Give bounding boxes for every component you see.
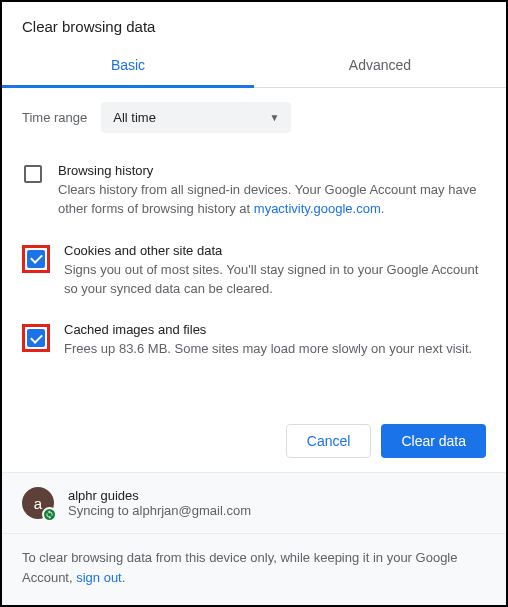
highlight-box [22,324,50,352]
chevron-down-icon: ▼ [269,112,279,123]
avatar: a [22,487,54,519]
option-cookies: Cookies and other site data Signs you ou… [22,233,486,313]
tab-advanced[interactable]: Advanced [254,47,506,87]
time-range-value: All time [113,110,156,125]
profile-sync-status: Syncing to alphrjan@gmail.com [68,503,251,518]
option-title: Cookies and other site data [64,243,486,258]
tab-basic[interactable]: Basic [2,47,254,88]
profile-row: a alphr guides Syncing to alphrjan@gmail… [22,487,486,519]
time-range-select[interactable]: All time ▼ [101,102,291,133]
highlight-box [22,245,50,273]
divider [2,533,506,534]
footer-text: To clear browsing data from this device … [22,548,486,587]
myactivity-link[interactable]: myactivity.google.com [254,201,381,216]
option-desc: Frees up 83.6 MB. Some sites may load mo… [64,340,472,359]
option-desc: Clears history from all signed-in device… [58,181,486,219]
time-range-row: Time range All time ▼ [2,88,506,147]
button-row: Cancel Clear data [2,410,506,472]
clear-data-button[interactable]: Clear data [381,424,486,458]
option-cache: Cached images and files Frees up 83.6 MB… [22,312,486,373]
tabs: Basic Advanced [2,47,506,88]
sync-icon [42,507,57,522]
profile-name: alphr guides [68,488,251,503]
cancel-button[interactable]: Cancel [286,424,372,458]
option-title: Browsing history [58,163,486,178]
time-range-label: Time range [22,110,87,125]
dialog-title: Clear browsing data [2,2,506,47]
footer: a alphr guides Syncing to alphrjan@gmail… [2,472,506,605]
checkbox-browsing-history[interactable] [24,165,42,183]
options-list: Browsing history Clears history from all… [2,147,506,373]
checkbox-cache[interactable] [27,329,45,347]
sign-out-link[interactable]: sign out [76,570,122,585]
option-browsing-history: Browsing history Clears history from all… [22,153,486,233]
checkbox-cookies[interactable] [27,250,45,268]
option-desc: Signs you out of most sites. You'll stay… [64,261,486,299]
option-title: Cached images and files [64,322,472,337]
